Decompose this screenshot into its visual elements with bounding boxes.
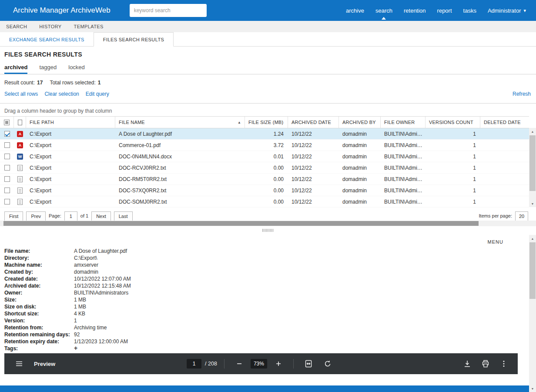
column-header-versions-count[interactable]: VERSIONS COUNT: [425, 117, 480, 128]
module-item-history[interactable]: HISTORY: [33, 24, 67, 29]
clear-selection-link[interactable]: Clear selection: [44, 91, 79, 97]
zoom-in-icon[interactable]: [271, 356, 286, 372]
horizontal-scrollbar-thumb[interactable]: [3, 221, 479, 226]
zoom-out-icon[interactable]: [231, 356, 247, 372]
table-row[interactable]: C:\Export DOC-S7XQ0RR2.txt 0.00 10/12/22…: [0, 185, 529, 196]
page-number-input[interactable]: [64, 211, 77, 221]
column-header-file-name[interactable]: FILE NAME▲: [115, 117, 245, 128]
print-icon[interactable]: [478, 356, 493, 372]
detail-value: C:\Export\: [74, 255, 97, 261]
header-filetype-cell: [14, 117, 26, 128]
row-checkbox[interactable]: [4, 154, 10, 159]
first-page-button[interactable]: First: [4, 211, 23, 221]
details-vertical-scrollbar[interactable]: [529, 235, 536, 392]
row-checkbox-cell: [0, 176, 14, 182]
items-per-page-input[interactable]: [515, 211, 528, 221]
nav-tasks[interactable]: tasks: [458, 0, 482, 21]
nav-archive[interactable]: archive: [340, 0, 370, 21]
detail-field-owner: Owner:BUILTIN\Administrators: [4, 289, 131, 296]
cell-file-path: C:\Export: [26, 199, 115, 205]
tab-files-search-results[interactable]: FILES SEARCH RESULTS: [94, 32, 174, 47]
details-scrollbar-thumb[interactable]: [529, 242, 536, 299]
items-per-page-label: Items per page:: [479, 211, 512, 218]
column-header-file-owner[interactable]: FILE OWNER: [381, 117, 425, 128]
table-row[interactable]: C:\Export DOC-SOMJ0RR2.txt 0.00 10/12/22…: [0, 196, 529, 208]
scroll-up-icon[interactable]: [529, 128, 536, 135]
cell-archived-date: 10/12/22: [288, 142, 339, 148]
last-page-button[interactable]: Last: [114, 211, 133, 221]
download-icon[interactable]: [459, 356, 475, 372]
nav-search[interactable]: search: [370, 0, 398, 21]
row-checkbox[interactable]: [4, 131, 10, 137]
more-options-icon[interactable]: [496, 356, 512, 372]
splitter-grip-icon[interactable]: [262, 229, 274, 232]
view-tab-archived[interactable]: archived: [4, 64, 27, 74]
rotate-icon[interactable]: [320, 356, 335, 372]
nav-user-menu[interactable]: Administrator▾: [482, 0, 532, 21]
keyword-search-input[interactable]: [130, 4, 207, 17]
cell-versions-count: 1: [425, 176, 480, 182]
menu-button[interactable]: MENU: [488, 239, 503, 245]
row-icon-cell: A: [14, 131, 26, 137]
scroll-down-icon[interactable]: [529, 385, 536, 392]
add-tag-button[interactable]: +: [74, 345, 77, 352]
pdf-zoom-level[interactable]: 73%: [251, 359, 267, 369]
cell-versions-count: 1: [425, 188, 480, 194]
fit-page-icon[interactable]: [301, 356, 316, 372]
table-row[interactable]: C:\Export DOC-RM5T0RR2.txt 0.00 10/12/22…: [0, 174, 529, 185]
detail-label: File name:: [4, 248, 74, 255]
row-checkbox[interactable]: [4, 199, 10, 204]
table-row[interactable]: A C:\Export A Dose of Laughter.pdf 1.24 …: [0, 128, 529, 140]
cell-file-name: DOC-0N4MLNN4.docx: [115, 154, 245, 160]
scroll-up-icon[interactable]: [529, 235, 536, 242]
pdf-page-input[interactable]: [187, 359, 201, 369]
module-item-search[interactable]: SEARCH: [0, 24, 33, 29]
prev-page-button[interactable]: Prev: [26, 211, 46, 221]
view-tab-locked[interactable]: locked: [68, 64, 85, 74]
bottom-bar: [0, 385, 529, 392]
table-vertical-scrollbar[interactable]: [529, 128, 536, 207]
selected-count-label: Total rows selected:: [50, 80, 95, 86]
module-nav: SEARCH HISTORY TEMPLATES: [0, 21, 536, 32]
row-checkbox[interactable]: [4, 188, 10, 193]
divider: [0, 74, 536, 74]
top-nav: archive search retention report tasks Ad…: [340, 0, 532, 21]
panel-splitter[interactable]: [0, 226, 536, 235]
column-header-file-size[interactable]: FILE SIZE (MB): [245, 117, 288, 128]
module-item-templates[interactable]: TEMPLATES: [68, 24, 110, 29]
table-row[interactable]: W C:\Export DOC-0N4MLNN4.docx 0.01 10/12…: [0, 151, 529, 162]
tab-exchange-search-results[interactable]: EXCHANGE SEARCH RESULTS: [0, 32, 94, 47]
table-scrollbar-thumb[interactable]: [529, 135, 536, 191]
refresh-link[interactable]: Refresh: [513, 91, 531, 97]
result-count-row: Result count:17Total rows selected:1: [4, 80, 536, 86]
scroll-down-icon[interactable]: [529, 200, 536, 207]
row-checkbox[interactable]: [4, 165, 10, 171]
horizontal-scrollbar[interactable]: [0, 221, 536, 226]
group-by-hint: Drag a column header to group by that co…: [4, 108, 536, 114]
row-checkbox[interactable]: [4, 142, 10, 148]
pdf-toolbar-left: Preview: [4, 356, 55, 372]
edit-query-link[interactable]: Edit query: [86, 91, 109, 97]
column-header-deleted-date[interactable]: DELETED DATE: [480, 117, 529, 128]
pdf-menu-icon[interactable]: [11, 356, 27, 372]
cell-archived-by: domadmin: [339, 142, 381, 148]
table-row[interactable]: C:\Export DOC-RCVJ0RR2.txt 0.00 10/12/22…: [0, 162, 529, 174]
detail-field-created-by: Created by:domadmin: [4, 268, 131, 275]
row-checkbox[interactable]: [4, 176, 10, 182]
select-all-checkbox[interactable]: [4, 120, 10, 125]
header-checkbox-cell: [0, 117, 14, 128]
nav-retention[interactable]: retention: [398, 0, 432, 21]
detail-label: Retention expiry date:: [4, 338, 74, 345]
column-header-file-path[interactable]: FILE PATH: [26, 117, 115, 128]
cell-versions-count: 1: [425, 199, 480, 205]
cell-file-size: 3.72: [245, 142, 288, 148]
column-header-archived-by[interactable]: ARCHIVED BY: [339, 117, 381, 128]
file-details-fields: File name:A Dose of Laughter.pdf Directo…: [4, 248, 131, 352]
cell-file-owner: BUILTIN\Admi…: [381, 176, 425, 182]
select-all-rows-link[interactable]: Select all rows: [4, 91, 38, 97]
next-page-button[interactable]: Next: [91, 211, 111, 221]
nav-report[interactable]: report: [432, 0, 458, 21]
view-tab-tagged[interactable]: tagged: [39, 64, 57, 74]
column-header-archived-date[interactable]: ARCHIVED DATE: [288, 117, 339, 128]
table-row[interactable]: A C:\Export Commerce-01.pdf 3.72 10/12/2…: [0, 140, 529, 151]
